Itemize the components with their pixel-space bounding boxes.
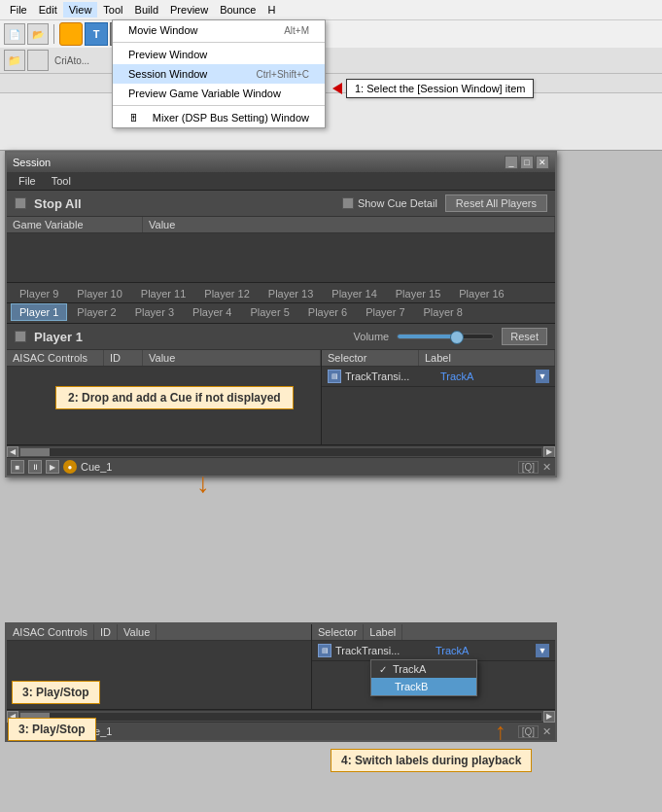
bp-scroll-right[interactable]: ▶ <box>543 711 555 723</box>
cue-badge: [Q] <box>518 461 539 474</box>
bp-label-col: Label <box>364 624 402 640</box>
reset-all-players-button[interactable]: Reset All Players <box>445 194 547 212</box>
scroll-track[interactable] <box>20 448 541 456</box>
bp-selector-panel: Selector Label ▤ TrackTransi... TrackA ▼… <box>312 624 555 709</box>
value-col2: Value <box>143 350 321 366</box>
player-checkbox[interactable] <box>15 331 26 342</box>
toolbar-cri-icon <box>59 22 83 46</box>
toolbar-row3 <box>0 74 662 93</box>
bp-aisac-panel: AISAC Controls ID Value 3: Play/Stop <box>7 624 312 709</box>
tab-player6[interactable]: Player 6 <box>299 303 356 321</box>
icon2[interactable] <box>27 50 49 71</box>
menu-edit[interactable]: Edit <box>33 2 63 18</box>
show-cue-detail-area: Show Cue Detail <box>342 197 437 209</box>
tab-player14[interactable]: Player 14 <box>323 285 385 302</box>
tab-player12[interactable]: Player 12 <box>195 285 258 302</box>
dropdown-tracka[interactable]: ✓ TrackA <box>371 660 476 678</box>
selector-header: Selector Label <box>322 350 555 367</box>
show-cue-detail-label: Show Cue Detail <box>358 197 437 209</box>
bp-scroll-track[interactable] <box>20 713 541 721</box>
scroll-left-btn[interactable]: ◀ <box>7 446 18 458</box>
mixer-icon: 🎚 <box>128 112 139 124</box>
scroll-right-btn[interactable]: ▶ <box>543 446 555 458</box>
toolbar: 📄 📂 T Project/Globa... <box>0 20 662 48</box>
tab-player11[interactable]: Player 11 <box>132 285 194 302</box>
close-button[interactable]: ✕ <box>536 156 549 169</box>
player-header: Player 1 Volume Reset <box>7 324 555 350</box>
aisac-panel: AISAC Controls ID Value 2: Drop and add … <box>7 350 322 444</box>
criatom-label: CriAto... <box>51 55 93 66</box>
game-variable-table: Game Variable Value <box>7 217 555 283</box>
tab-player13[interactable]: Player 13 <box>260 285 322 302</box>
toolbar-row2: 📁 CriAto... <box>0 48 662 74</box>
annotation3: 3: Play/Stop <box>12 681 100 704</box>
game-var-body <box>7 233 555 282</box>
menu-bounce[interactable]: Bounce <box>214 2 261 18</box>
menu-h[interactable]: H <box>261 2 281 18</box>
cue-name: Cue_1 <box>81 461 514 473</box>
cue-close-btn[interactable]: ✕ <box>542 461 551 474</box>
tab-player8[interactable]: Player 8 <box>415 303 471 321</box>
player-tabs-bottom: Player 1 Player 2 Player 3 Player 4 Play… <box>7 303 555 324</box>
menu-build[interactable]: Build <box>129 2 164 18</box>
tab-player5[interactable]: Player 5 <box>241 303 297 321</box>
tab-player1[interactable]: Player 1 <box>11 303 67 321</box>
bp-selector-dropdown-arrow[interactable]: ▼ <box>536 644 549 657</box>
icon-folder[interactable]: 📁 <box>4 50 25 71</box>
menu-mixer-window[interactable]: 🎚 Mixer (DSP Bus Setting) Window <box>113 108 325 127</box>
tab-player7[interactable]: Player 7 <box>357 303 413 321</box>
selector-col: Selector <box>322 350 419 366</box>
game-var-header: Game Variable Value <box>7 217 555 233</box>
selector-dropdown-arrow[interactable]: ▼ <box>536 370 549 383</box>
cue-play-btn[interactable]: ▶ <box>46 460 59 474</box>
dropdown-trackb[interactable]: TrackB <box>371 678 476 695</box>
cue-area: ■ ⏸ ▶ ● Cue_1 [Q] ✕ ↓ <box>7 457 555 476</box>
bp-id-col: ID <box>94 624 118 640</box>
session-menubar: File Tool <box>7 172 555 191</box>
menu-preview-game-var[interactable]: Preview Game Variable Window <box>113 84 325 103</box>
tab-player10[interactable]: Player 10 <box>68 285 130 302</box>
bp-cue-close-btn[interactable]: ✕ <box>542 725 551 738</box>
stop-all-row: Stop All Show Cue Detail Reset All Playe… <box>7 191 555 217</box>
volume-thumb[interactable] <box>450 331 464 344</box>
menu-view[interactable]: View <box>63 2 98 18</box>
menu-preview-window[interactable]: Preview Window <box>113 45 325 64</box>
tab-player9[interactable]: Player 9 <box>11 285 67 302</box>
top-area: File Edit View Tool Build Preview Bounce… <box>0 0 662 151</box>
menu-movie-window[interactable]: Movie Window Alt+M <box>113 20 325 40</box>
volume-slider[interactable] <box>397 334 494 339</box>
player-tabs-top: Player 9 Player 10 Player 11 Player 12 P… <box>7 283 555 303</box>
cue-stop-btn[interactable]: ■ <box>11 460 24 474</box>
show-cue-detail-checkbox[interactable] <box>342 197 354 209</box>
player-reset-button[interactable]: Reset <box>502 328 547 345</box>
minimize-button[interactable]: _ <box>505 156 518 169</box>
maximize-button[interactable]: □ <box>520 156 534 169</box>
selector-label-value: TrackA <box>440 371 532 382</box>
view-dropdown-menu: Movie Window Alt+M Preview Window Sessio… <box>112 19 326 128</box>
tab-player2[interactable]: Player 2 <box>68 303 124 321</box>
selector-name: TrackTransi... <box>345 371 436 382</box>
menu-preview[interactable]: Preview <box>164 2 214 18</box>
stop-all-checkbox[interactable] <box>15 197 26 209</box>
menu-tool[interactable]: Tool <box>97 2 128 18</box>
session-tool-menu[interactable]: Tool <box>44 173 79 189</box>
toolbar-open-icon[interactable]: 📂 <box>27 23 49 45</box>
scroll-thumb[interactable] <box>20 448 50 456</box>
bp-aisac-body: 3: Play/Stop <box>7 641 311 709</box>
session-file-menu[interactable]: File <box>11 173 44 189</box>
selector-panel: Selector Label ▤ TrackTransi... TrackA ▼ <box>322 350 555 444</box>
h-scrollbar[interactable]: ◀ ▶ <box>7 445 555 457</box>
bp-cue-name: Cue_1 <box>81 725 514 737</box>
tab-player16[interactable]: Player 16 <box>450 285 512 302</box>
bp-selector-icon: ▤ <box>318 644 331 657</box>
trackb-label: TrackB <box>395 681 428 692</box>
cue-pause-btn[interactable]: ⏸ <box>28 460 42 474</box>
menu-file[interactable]: File <box>4 2 33 18</box>
menu-session-window[interactable]: Session Window Ctrl+Shift+C <box>113 64 325 84</box>
annotation1-text: 1: Select the [Session Window] item <box>346 79 534 98</box>
tab-player3[interactable]: Player 3 <box>126 303 183 321</box>
tab-player15[interactable]: Player 15 <box>387 285 449 302</box>
orange-arrow-down: ↓ <box>196 470 210 497</box>
tab-player4[interactable]: Player 4 <box>184 303 240 321</box>
toolbar-new-icon[interactable]: 📄 <box>4 23 25 45</box>
